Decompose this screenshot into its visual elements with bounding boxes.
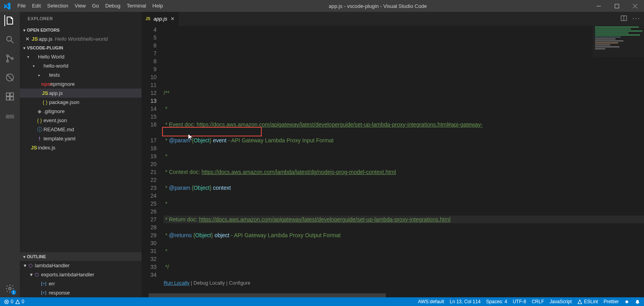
status-aws[interactable]: AWS:default (418, 299, 444, 304)
outline-item-label: lambdaHandler (35, 263, 70, 268)
split-editor-icon[interactable] (621, 15, 627, 23)
activity-debug-icon[interactable] (4, 72, 15, 83)
file-tree: ▾Hello World▾hello-world▸testsnpm.npmign… (20, 52, 142, 252)
open-editor-item[interactable]: ✕ JS app.js Hello World\hello-world (20, 34, 142, 43)
svg-rect-9 (6, 97, 9, 100)
tree-item[interactable]: npm.npmignore (20, 79, 142, 89)
codelens-debug-locally[interactable]: Debug Locally (194, 280, 225, 286)
status-prettier[interactable]: Prettier (604, 299, 619, 304)
tab-app-js[interactable]: JS app.js ✕ (142, 12, 179, 26)
menu-edit[interactable]: Edit (29, 0, 44, 12)
status-feedback-icon[interactable]: ☻ (624, 299, 629, 304)
tree-item-label: hello-world (43, 63, 68, 69)
chevron-down-icon: ▾ (21, 28, 27, 32)
cube-icon: ⬡ (28, 263, 32, 268)
horizontal-scrollbar[interactable] (142, 293, 644, 297)
activity-settings-icon[interactable]: 1 (4, 283, 15, 294)
svg-point-4 (7, 60, 8, 62)
tree-item[interactable]: ▸tests (20, 70, 142, 79)
status-eslint[interactable]: ESLint (577, 299, 598, 304)
status-cursor[interactable]: Ln 13, Col 114 (450, 299, 481, 304)
chevron-icon: ▾ (26, 55, 30, 59)
window-minimize-button[interactable] (589, 0, 608, 12)
chevron-down-icon: ▾ (21, 255, 27, 259)
activity-aws-icon[interactable]: aws (4, 110, 15, 121)
tree-item-label: app.js (49, 90, 63, 96)
outline-item-label: exports.lambdaHandler (41, 272, 94, 278)
status-bell-icon[interactable] (635, 299, 640, 304)
open-editor-path: Hello World\hello-world (55, 36, 108, 42)
svg-rect-0 (597, 6, 601, 6)
svg-rect-10 (10, 97, 13, 100)
menu-terminal[interactable]: Terminal (123, 0, 149, 12)
tree-item[interactable]: ▾hello-world (20, 61, 142, 70)
menu-debug[interactable]: Debug (102, 0, 123, 12)
explorer-title: EXPLORER (20, 12, 142, 26)
title-bar: File Edit Selection View Go Debug Termin… (0, 0, 644, 12)
workspace-header[interactable]: ▾ VSCODE-PLUGIN (20, 43, 142, 52)
tree-item-label: README.md (43, 127, 74, 132)
code-content[interactable]: /** * * Event doc: https://docs.aws.amaz… (164, 26, 644, 293)
chevron-icon: ▸ (37, 73, 41, 77)
more-icon[interactable]: ··· (633, 15, 640, 23)
window-close-button[interactable] (626, 0, 644, 12)
tree-item[interactable]: ◆.gitignore (20, 107, 142, 116)
code-editor[interactable]: 45678910111213141516 1718192021222324252… (142, 26, 644, 293)
chevron-icon: ▾ (30, 272, 35, 278)
window-maximize-button[interactable] (608, 0, 626, 12)
tree-item[interactable]: JSindex.js (20, 143, 142, 152)
status-language[interactable]: JavaScript (550, 299, 572, 304)
svg-point-5 (11, 58, 13, 59)
outline-item[interactable]: [∘]err (20, 279, 142, 288)
status-spaces[interactable]: Spaces: 4 (486, 299, 507, 304)
tree-item-label: tests (49, 72, 60, 78)
menu-bar: File Edit Selection View Go Debug Termin… (14, 0, 166, 12)
codelens-run-locally[interactable]: Run Locally (164, 280, 189, 286)
workspace-label: VSCODE-PLUGIN (27, 45, 63, 50)
tree-item-label: package.json (49, 99, 79, 105)
svg-point-3 (7, 55, 8, 57)
svg-rect-1 (615, 4, 619, 8)
menu-go[interactable]: Go (89, 0, 102, 12)
vscode-logo (0, 2, 14, 9)
status-eol[interactable]: CRLF (532, 299, 544, 304)
activity-scm-icon[interactable] (4, 53, 15, 64)
activity-search-icon[interactable] (4, 34, 15, 45)
outline-item[interactable]: ▾⬡exports.lambdaHandler (20, 270, 142, 279)
menu-view[interactable]: View (72, 0, 89, 12)
outline-item-label: err (49, 281, 55, 287)
tree-item[interactable]: ⓘREADME.md (20, 125, 142, 134)
tree-item[interactable]: !template.yaml (20, 134, 142, 143)
activity-extensions-icon[interactable] (4, 91, 15, 102)
outline-label: OUTLINE (27, 254, 46, 259)
activity-bar: aws 1 (0, 12, 20, 297)
tree-item[interactable]: { }event.json (20, 116, 142, 125)
tree-item-label: index.js (38, 145, 55, 151)
activity-explorer-icon[interactable] (4, 15, 15, 26)
editor-tabs: JS app.js ✕ ··· (142, 12, 644, 26)
close-icon[interactable]: ✕ (24, 36, 31, 42)
status-encoding[interactable]: UTF-8 (513, 299, 526, 304)
menu-selection[interactable]: Selection (44, 0, 71, 12)
outline-item-label: response (49, 290, 70, 296)
window-title: app.js - vscode-plugin - Visual Studio C… (166, 3, 589, 9)
svg-point-11 (9, 287, 11, 290)
tree-item[interactable]: { }package.json (20, 98, 142, 107)
tree-item[interactable]: JSapp.js (20, 89, 142, 98)
variable-icon: [∘] (41, 290, 46, 295)
codelens-configure[interactable]: Configure (229, 280, 250, 286)
tree-item-label: Hello World (38, 54, 64, 60)
outline-item[interactable]: [∘]response (20, 288, 142, 297)
close-icon[interactable]: ✕ (170, 16, 175, 22)
status-problems[interactable]: 0 0 (4, 299, 24, 304)
tree-item[interactable]: ▾Hello World (20, 52, 142, 61)
outline-header[interactable]: ▾ OUTLINE (20, 252, 142, 261)
explorer-sidebar: EXPLORER ▾ OPEN EDITORS ✕ JS app.js Hell… (20, 12, 142, 297)
open-editors-label: OPEN EDITORS (27, 28, 60, 32)
menu-file[interactable]: File (14, 0, 29, 12)
open-editors-header[interactable]: ▾ OPEN EDITORS (20, 26, 142, 34)
outline-item[interactable]: ▾⬡lambdaHandler (20, 261, 142, 270)
chevron-icon: ▾ (24, 263, 28, 268)
minimap[interactable] (593, 26, 644, 57)
menu-help[interactable]: Help (149, 0, 166, 12)
